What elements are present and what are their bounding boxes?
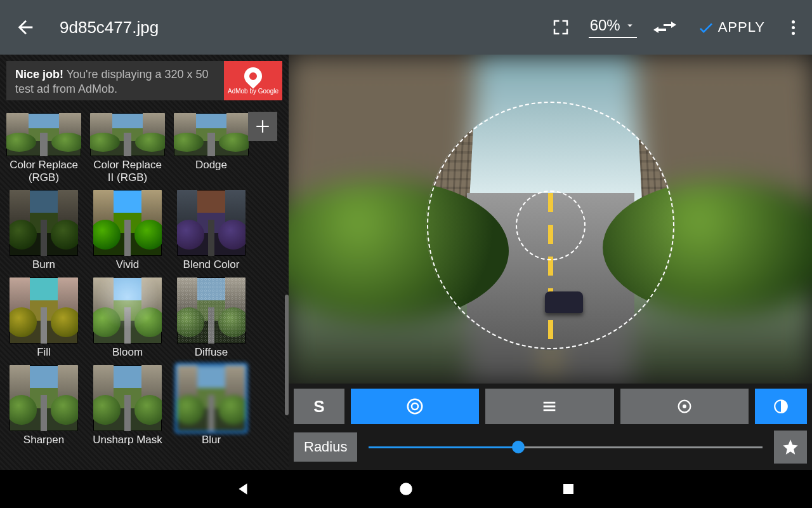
dot-icon [792,32,795,35]
effect-fill[interactable]: Fill [6,277,81,359]
effect-thumbnail [10,277,78,344]
effect-label: Vivid [116,258,140,271]
svg-point-1 [412,403,418,410]
effects-sidebar: Nice job! You're displaying a 320 x 50 t… [0,55,289,470]
effects-grid: Color Replace (RGB)Color Replace II (RGB… [6,104,286,446]
file-title: 9d85c477.jpg [60,18,159,37]
android-navbar [0,470,812,508]
image-stage[interactable] [289,55,812,384]
effect-thumbnail [174,113,249,156]
favorite-button[interactable] [774,431,807,464]
effect-label: Fill [37,346,51,359]
effect-diffuse[interactable]: Diffuse [174,277,249,359]
effect-thumbnail [177,190,246,256]
radius-slider[interactable] [369,445,763,449]
star-icon [782,438,799,456]
target-icon [676,398,693,415]
svg-point-0 [408,399,422,414]
admob-icon [240,64,266,89]
zoom-value: 60% [590,17,620,34]
effect-thumbnail [10,190,78,256]
app-bar: 9d85c477.jpg 60% APPLY [0,0,812,55]
radius-slider-row: Radius [289,428,812,470]
effect-color-replace-rgb-[interactable]: Color Replace (RGB) [6,113,81,184]
effect-dodge[interactable]: Dodge [174,113,249,184]
mode-s-button[interactable]: S [294,389,344,424]
canvas-area: S Radius [289,55,812,470]
effect-thumbnail [93,190,162,256]
mode-linear-button[interactable] [485,389,613,424]
fullscreen-icon [551,18,570,37]
back-button[interactable] [6,8,44,46]
effect-thumbnail [93,365,162,431]
svg-rect-6 [563,484,573,494]
contrast-icon [773,398,789,415]
ad-logo: AdMob by Google [224,61,282,100]
effect-thumbnail [10,365,78,431]
effect-label: Sharpen [23,434,64,446]
svg-point-3 [683,404,686,408]
mode-contrast-button[interactable] [755,389,807,424]
fullscreen-button[interactable] [544,11,577,44]
nav-home-button[interactable] [395,478,417,500]
effect-burn[interactable]: Burn [6,190,81,271]
effect-label: Blur [202,434,221,446]
effect-label: Color Replace (RGB) [6,159,81,184]
effect-label: Diffuse [195,346,228,359]
effect-thumbnail [177,365,246,431]
apply-button[interactable]: APPLY [693,18,769,37]
slider-label: Radius [294,432,357,462]
plus-icon [254,118,271,135]
circle-icon [398,481,414,497]
triangle-left-icon [235,481,252,497]
effect-blur[interactable]: Blur [174,365,249,446]
ad-banner[interactable]: Nice job! You're displaying a 320 x 50 t… [6,61,282,100]
effect-unsharp-mask[interactable]: Unsharp Mask [90,365,165,446]
svg-point-5 [400,483,412,495]
effect-label: Bloom [112,346,143,359]
mode-radial-button[interactable] [351,389,479,424]
effect-label: Dodge [195,159,227,171]
ad-text: Nice job! You're displaying a 320 x 50 t… [6,61,224,100]
chevron-down-icon [624,20,636,31]
effect-label: Unsharp Mask [93,434,162,446]
effect-sharpen[interactable]: Sharpen [6,365,81,446]
effect-color-replace-ii-rgb-[interactable]: Color Replace II (RGB) [90,113,165,184]
nav-recent-button[interactable] [557,478,580,500]
effect-vivid[interactable]: Vivid [90,190,165,271]
effect-label: Burn [32,258,55,271]
swap-button[interactable] [648,11,681,44]
nav-back-button[interactable] [232,478,255,500]
mode-point-button[interactable] [620,389,749,424]
radial-icon [405,397,424,416]
square-icon [561,481,576,497]
dot-icon [792,26,795,29]
effect-label: Color Replace II (RGB) [90,159,165,184]
arrow-left-icon [15,17,36,38]
lines-icon [540,398,558,415]
overflow-menu-button[interactable] [785,20,801,35]
dot-icon [792,20,795,23]
effect-bloom[interactable]: Bloom [90,277,165,359]
effect-thumbnail [90,113,165,156]
blur-mode-toolbar: S [289,384,812,428]
effect-label: Blend Color [183,258,240,271]
effect-thumbnail [177,277,246,344]
add-effect-button[interactable] [248,112,277,141]
check-icon [697,18,716,37]
effect-blend-color[interactable]: Blend Color [174,190,249,271]
zoom-dropdown[interactable]: 60% [589,17,637,38]
effect-thumbnail [93,277,162,344]
effect-thumbnail [6,113,81,156]
swap-horizontal-icon [652,18,678,36]
